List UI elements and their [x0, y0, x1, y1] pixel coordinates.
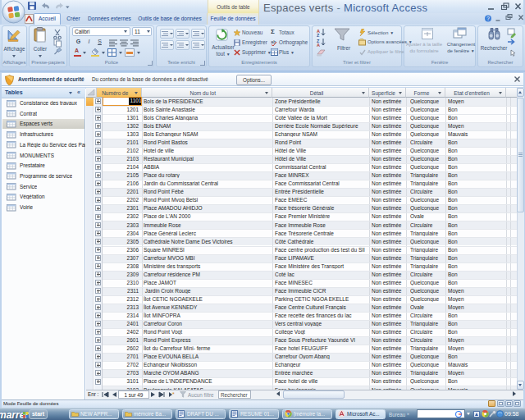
svg-text:ab: ab — [271, 39, 276, 44]
svg-text:?: ? — [486, 16, 490, 21]
svg-text:A: A — [317, 43, 320, 47]
svg-text:Z: Z — [317, 33, 320, 37]
svg-text:*: * — [172, 391, 175, 397]
